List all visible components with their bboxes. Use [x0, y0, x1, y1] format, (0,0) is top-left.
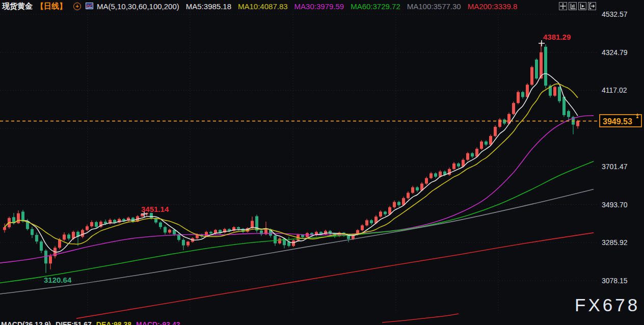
y-axis-tick-label: 3701.47	[602, 163, 628, 171]
ma100-value: MA100:3577.30	[407, 2, 461, 11]
right-axis-chart-button[interactable]	[578, 2, 586, 10]
low-price-annotation: 3120.64	[44, 276, 71, 284]
left-axis-chart-button[interactable]	[569, 2, 577, 10]
exit-fullscreen-icon	[589, 3, 595, 9]
ma200-value: MA200:3339.8	[468, 2, 518, 11]
chart-type-icon[interactable]	[86, 2, 93, 11]
macd-preview	[382, 314, 459, 322]
ma-line-MA200	[76, 233, 594, 318]
period-label: 【日线】	[36, 2, 67, 11]
macd-legend-row: MACD(26,12,9) DIFF:51.67 DEA:98.38 MACD:…	[1, 320, 180, 325]
diff-value: DIFF:51.67	[56, 320, 92, 325]
ma-line-MA30	[0, 116, 594, 263]
y-axis-tick-label: 4532.57	[602, 10, 628, 18]
candlestick-chart[interactable]: 4532.574324.794117.023701.473493.703285.…	[0, 0, 644, 325]
y-axis-tick-label: 4117.02	[602, 86, 627, 94]
exit-fullscreen-button[interactable]	[588, 2, 596, 10]
macd-diff-line-preview	[382, 314, 459, 322]
chart-legend-bar: 现货黄金 【日线】 + MA(5,10,30,60,100,200) MA5:3…	[2, 2, 517, 11]
fx678-watermark: FX678	[575, 295, 640, 315]
y-axis-tick-label: 4324.79	[602, 48, 628, 57]
macd-params-label: MACD(26,12,9)	[1, 320, 51, 325]
ma-group-label: MA(5,10,30,60,100,200)	[97, 2, 179, 11]
pan-crosshair-icon	[560, 3, 566, 9]
zoom-plus-icon[interactable]: +	[73, 3, 81, 10]
macd-value: MACD:-93.42	[136, 320, 180, 325]
symbol-title: 现货黄金	[2, 2, 33, 11]
swing-high-annotation: 3451.14	[141, 205, 169, 213]
high-price-annotation: 4381.29	[543, 33, 571, 41]
ma-line-MA60	[0, 161, 594, 283]
y-axis-tick-label: 3285.92	[602, 238, 628, 247]
price-up-arrows-icon: ▲▲	[635, 113, 639, 118]
grid-lines	[0, 9, 597, 313]
ma-line-MA10	[5, 84, 578, 245]
ma5-value: MA5:3985.18	[186, 2, 231, 11]
ma30-value: MA30:3979.59	[294, 2, 344, 11]
y-axis-labels: 4532.574324.794117.023701.473493.703285.…	[602, 10, 628, 285]
trading-chart-window: 4532.574324.794117.023701.473493.703285.…	[0, 0, 644, 325]
dea-value: DEA:98.38	[96, 320, 131, 325]
ma-lines	[0, 74, 594, 319]
pan-crosshair-button[interactable]	[559, 2, 567, 10]
y-axis-tick-label: 3078.15	[602, 277, 628, 285]
ma60-value: MA60:3729.72	[351, 2, 400, 11]
ma10-value: MA10:4087.83	[238, 2, 288, 11]
chart-toolbar	[559, 2, 596, 10]
left-axis-chart-icon	[570, 3, 576, 9]
right-axis-chart-icon	[579, 3, 585, 9]
y-axis-tick-label: 3493.70	[602, 201, 628, 209]
